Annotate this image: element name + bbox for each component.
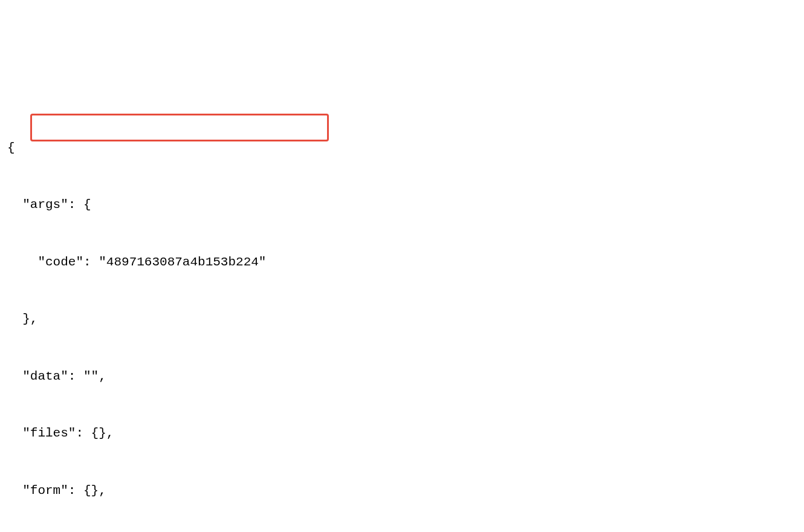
data-entry: "data": "",	[7, 367, 797, 386]
form-entry: "form": {},	[7, 481, 797, 501]
json-response-block: { "args": { "code": "4897163087a4b153b22…	[7, 81, 797, 532]
args-key-open: "args": {	[7, 195, 797, 215]
files-entry: "files": {},	[7, 424, 797, 443]
json-open-brace: {	[7, 138, 797, 158]
args-code-entry: "code": "4897163087a4b153b224"	[7, 253, 797, 272]
code-highlight-annotation	[30, 114, 329, 141]
args-close: },	[7, 310, 797, 329]
